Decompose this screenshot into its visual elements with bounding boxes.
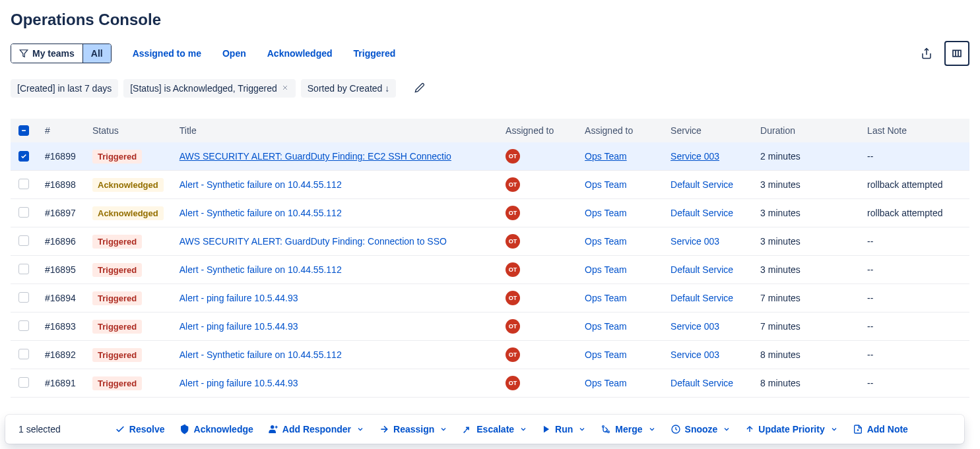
filter-chips: [Created] in last 7 days [Status] is Ack… xyxy=(11,79,969,98)
row-checkbox[interactable] xyxy=(18,264,29,274)
incident-title-link[interactable]: Alert - Synthetic failure on 10.44.55.11… xyxy=(180,264,342,275)
chip-sorted[interactable]: Sorted by Created ↓ xyxy=(301,79,397,98)
service-link[interactable]: Service 003 xyxy=(670,151,719,162)
duration-cell: 3 minutes xyxy=(752,256,859,284)
columns-icon xyxy=(952,48,962,59)
incident-number: #16899 xyxy=(37,142,84,171)
assignee-avatar[interactable]: OT xyxy=(506,206,520,220)
row-checkbox[interactable] xyxy=(18,207,29,218)
incident-title-link[interactable]: Alert - ping failure 10.5.44.93 xyxy=(180,378,298,388)
row-checkbox[interactable] xyxy=(18,179,29,189)
assignee-avatar[interactable]: OT xyxy=(506,177,520,192)
table-row[interactable]: #16894TriggeredAlert - ping failure 10.5… xyxy=(11,284,969,313)
duration-cell: 3 minutes xyxy=(752,171,859,199)
service-link[interactable]: Default Service xyxy=(670,293,733,303)
incident-title-link[interactable]: Alert - Synthetic failure on 10.44.55.11… xyxy=(180,349,342,360)
col-number[interactable]: # xyxy=(37,119,84,142)
row-checkbox[interactable] xyxy=(18,235,29,246)
svg-rect-2 xyxy=(953,50,961,56)
table-row[interactable]: #16893TriggeredAlert - ping failure 10.5… xyxy=(11,313,969,341)
quick-filter-triggered[interactable]: Triggered xyxy=(354,48,396,59)
quick-filter-assigned-to-me[interactable]: Assigned to me xyxy=(133,48,201,59)
table-row[interactable]: #16897AcknowledgedAlert - Synthetic fail… xyxy=(11,199,969,227)
incidents-table: # Status Title Assigned to Assigned to S… xyxy=(11,119,969,398)
chip-status[interactable]: [Status] is Acknowledged, Triggered xyxy=(123,79,296,98)
assignee-avatar[interactable]: OT xyxy=(506,262,520,277)
service-link[interactable]: Default Service xyxy=(670,264,733,275)
assignee-link[interactable]: Ops Team xyxy=(585,208,627,218)
table-row[interactable]: #16891TriggeredAlert - ping failure 10.5… xyxy=(11,369,969,398)
top-toolbar: My teams All Assigned to me Open Acknowl… xyxy=(11,41,969,66)
assignee-link[interactable]: Ops Team xyxy=(585,349,627,360)
pencil-icon xyxy=(414,82,425,93)
incident-title-link[interactable]: Alert - ping failure 10.5.44.93 xyxy=(180,293,298,303)
share-button[interactable] xyxy=(914,41,939,66)
service-link[interactable]: Service 003 xyxy=(670,321,719,332)
row-checkbox[interactable] xyxy=(18,349,29,359)
assignee-avatar[interactable]: OT xyxy=(506,149,520,164)
service-link[interactable]: Service 003 xyxy=(670,236,719,247)
last-note-cell: rollback attempted xyxy=(859,171,969,199)
all-label: All xyxy=(91,48,103,59)
incident-number: #16892 xyxy=(37,341,84,369)
assignee-link[interactable]: Ops Team xyxy=(585,179,627,190)
assignee-avatar[interactable]: OT xyxy=(506,291,520,305)
row-checkbox[interactable] xyxy=(18,292,29,303)
table-row[interactable]: #16899TriggeredAWS SECURITY ALERT: Guard… xyxy=(11,142,969,171)
service-link[interactable]: Default Service xyxy=(670,179,733,190)
assignee-link[interactable]: Ops Team xyxy=(585,378,627,388)
service-link[interactable]: Default Service xyxy=(670,208,733,218)
incident-title-link[interactable]: Alert - Synthetic failure on 10.44.55.11… xyxy=(180,179,342,190)
incident-number: #16898 xyxy=(37,171,84,199)
quick-filter-acknowledged[interactable]: Acknowledged xyxy=(267,48,333,59)
assignee-link[interactable]: Ops Team xyxy=(585,151,627,162)
incident-number: #16897 xyxy=(37,199,84,227)
col-duration[interactable]: Duration xyxy=(752,119,859,142)
svg-marker-0 xyxy=(20,50,28,57)
assignee-link[interactable]: Ops Team xyxy=(585,293,627,303)
my-teams-button[interactable]: My teams xyxy=(11,44,83,63)
chip-status-remove-icon[interactable] xyxy=(281,83,289,94)
incident-title-link[interactable]: AWS SECURITY ALERT: GuardDuty Finding: E… xyxy=(180,151,451,162)
assignee-avatar[interactable]: OT xyxy=(506,234,520,249)
page-title: Operations Console xyxy=(11,11,969,29)
assignee-avatar[interactable]: OT xyxy=(506,376,520,390)
assignee-link[interactable]: Ops Team xyxy=(585,264,627,275)
table-row[interactable]: #16898AcknowledgedAlert - Synthetic fail… xyxy=(11,171,969,199)
row-checkbox[interactable] xyxy=(18,320,29,331)
col-lastnote[interactable]: Last Note xyxy=(859,119,969,142)
status-badge: Triggered xyxy=(92,348,142,362)
chip-created[interactable]: [Created] in last 7 days xyxy=(11,79,118,98)
table-row[interactable]: #16892TriggeredAlert - Synthetic failure… xyxy=(11,341,969,369)
quick-filter-open[interactable]: Open xyxy=(222,48,246,59)
row-checkbox[interactable] xyxy=(18,151,29,162)
all-button[interactable]: All xyxy=(83,44,111,63)
incident-number: #16893 xyxy=(37,313,84,341)
table-row[interactable]: #16895TriggeredAlert - Synthetic failure… xyxy=(11,256,969,284)
select-all-checkbox[interactable] xyxy=(18,125,29,136)
col-assignee-avatar[interactable]: Assigned to xyxy=(498,119,577,142)
filter-icon xyxy=(19,49,28,58)
service-link[interactable]: Default Service xyxy=(670,378,733,388)
service-link[interactable]: Service 003 xyxy=(670,349,719,360)
incident-title-link[interactable]: Alert - ping failure 10.5.44.93 xyxy=(180,321,298,332)
incident-title-link[interactable]: Alert - Synthetic failure on 10.44.55.11… xyxy=(180,208,342,218)
col-title[interactable]: Title xyxy=(172,119,498,142)
table-row[interactable]: #16896TriggeredAWS SECURITY ALERT: Guard… xyxy=(11,227,969,256)
col-service[interactable]: Service xyxy=(663,119,752,142)
incident-title-link[interactable]: AWS SECURITY ALERT: GuardDuty Finding: C… xyxy=(180,236,447,247)
assignee-link[interactable]: Ops Team xyxy=(585,321,627,332)
status-badge: Triggered xyxy=(92,150,142,164)
assignee-avatar[interactable]: OT xyxy=(506,319,520,334)
row-checkbox[interactable] xyxy=(18,377,29,388)
status-badge: Triggered xyxy=(92,320,142,334)
share-icon xyxy=(921,47,932,59)
last-note-cell: -- xyxy=(859,284,969,313)
assignee-avatar[interactable]: OT xyxy=(506,347,520,362)
col-status[interactable]: Status xyxy=(84,119,172,142)
assignee-link[interactable]: Ops Team xyxy=(585,236,627,247)
chip-status-label: [Status] is Acknowledged, Triggered xyxy=(130,83,277,94)
col-assignee-link[interactable]: Assigned to xyxy=(577,119,663,142)
columns-button[interactable] xyxy=(944,41,969,66)
edit-filters-button[interactable] xyxy=(412,80,428,98)
